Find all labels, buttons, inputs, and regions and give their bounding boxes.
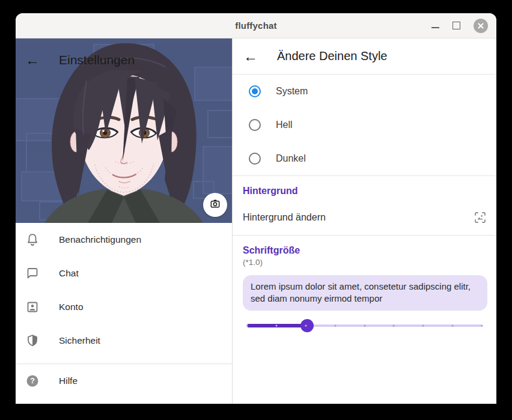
camera-icon <box>209 198 221 212</box>
radio-button[interactable] <box>249 119 261 131</box>
bell-icon <box>25 233 40 247</box>
svg-text:?: ? <box>30 377 35 385</box>
settings-sidebar: ← Einstellungen <box>16 38 232 404</box>
sidebar-item-security[interactable]: Sicherheit <box>16 324 232 358</box>
slider-tick <box>481 324 483 326</box>
sidebar-header: ← Einstellungen <box>16 38 232 82</box>
close-button[interactable] <box>474 19 488 33</box>
sidebar-item-label: Sicherheit <box>59 335 100 346</box>
radio-button[interactable] <box>249 85 261 97</box>
sidebar-title: Einstellungen <box>59 53 135 67</box>
theme-option-row[interactable]: Dunkel <box>233 142 496 175</box>
slider-tick <box>334 324 336 326</box>
slider-tick <box>246 324 248 326</box>
slider-tick <box>422 324 424 326</box>
font-size-slider[interactable] <box>247 318 482 333</box>
theme-option-label: Hell <box>276 120 293 130</box>
sidebar-item-label: Konto <box>59 302 84 312</box>
panel-header: ← Ändere Deinen Style <box>233 38 496 75</box>
minimize-button[interactable] <box>431 22 439 29</box>
change-background-label: Hintergrund ändern <box>243 212 473 223</box>
chat-bubble-icon <box>25 266 40 281</box>
sidebar-item-help[interactable]: ? Hilfe <box>16 364 232 398</box>
font-size-section: Schriftgröße (*1.0) <box>233 236 496 267</box>
sidebar-item-label: Benachrichtigungen <box>59 234 141 245</box>
maximize-button[interactable] <box>453 22 460 29</box>
panel-back-icon[interactable]: ← <box>243 49 258 64</box>
sidebar-item-notifications[interactable]: Benachrichtigungen <box>16 223 232 257</box>
change-avatar-button[interactable] <box>203 193 227 217</box>
slider-thumb[interactable] <box>300 319 314 332</box>
background-section-header: Hintergrund <box>243 186 486 196</box>
image-placeholder-icon <box>473 210 487 225</box>
theme-option-label: Dunkel <box>276 153 306 164</box>
panel-title: Ändere Deinen Style <box>277 49 387 63</box>
sidebar-item-account[interactable]: Konto <box>16 290 232 324</box>
style-settings-panel: ← Ändere Deinen Style System Hell Dunkel… <box>232 38 496 404</box>
account-box-icon <box>25 300 40 314</box>
shield-icon <box>25 333 40 348</box>
window-content: ← Einstellungen <box>16 38 496 404</box>
slider-tick <box>364 324 365 326</box>
font-size-section-header: Schriftgröße <box>243 245 486 256</box>
theme-option-row[interactable]: System <box>233 75 496 108</box>
background-section: Hintergrund <box>233 176 496 196</box>
slider-tick <box>393 324 395 326</box>
profile-avatar-banner: ← Einstellungen <box>16 38 232 223</box>
theme-option-row[interactable]: Hell <box>233 108 496 142</box>
sidebar-item-label: Chat <box>59 268 79 279</box>
theme-option-label: System <box>276 86 308 97</box>
sidebar-item-chat[interactable]: Chat <box>16 257 232 290</box>
font-preview-text: Lorem ipsum dolor sit amet, consetetur s… <box>243 275 487 311</box>
font-size-multiplier: (*1.0) <box>243 258 486 267</box>
titlebar[interactable]: fluffychat <box>16 13 496 38</box>
panel-bottom-spacer <box>233 333 496 342</box>
slider-tick <box>305 324 306 326</box>
slider-tick <box>452 324 454 326</box>
sidebar-back-icon[interactable]: ← <box>25 53 40 67</box>
settings-menu: Benachrichtigungen Chat <box>16 223 232 398</box>
sidebar-item-label: Hilfe <box>59 376 78 386</box>
slider-tick <box>275 324 277 326</box>
app-window: fluffychat <box>16 13 496 404</box>
window-controls <box>431 19 496 33</box>
help-icon: ? <box>25 374 40 388</box>
change-background-row[interactable]: Hintergrund ändern <box>233 200 496 235</box>
radio-button[interactable] <box>249 153 261 165</box>
window-title: fluffychat <box>16 20 496 31</box>
